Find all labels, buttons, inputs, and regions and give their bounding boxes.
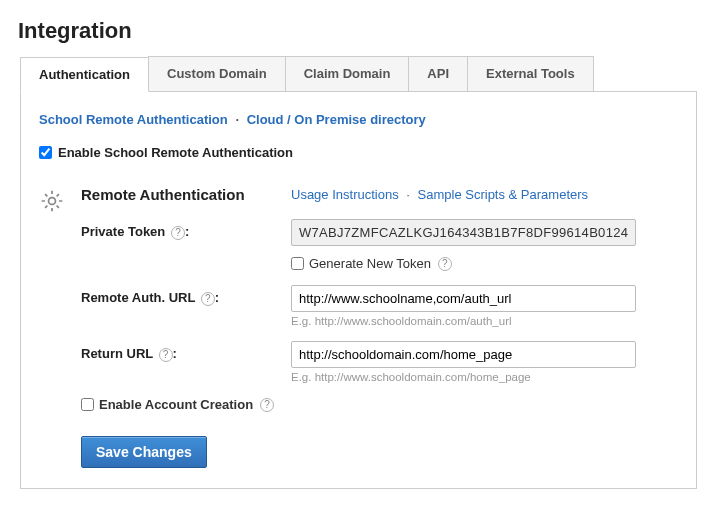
private-token-label: Private Token [81,224,165,239]
breadcrumb: School Remote Authentication · Cloud / O… [39,112,678,127]
help-icon[interactable]: ? [159,348,173,362]
enable-remote-auth-row: Enable School Remote Authentication [39,145,678,160]
enable-remote-auth-checkbox[interactable] [39,146,52,159]
help-icon[interactable]: ? [260,398,274,412]
remote-auth-url-hint: E.g. http://www.schooldomain.com/auth_ur… [291,315,678,327]
field-remote-auth-url: Remote Auth. URL ?: E.g. http://www.scho… [81,285,678,327]
tab-claim-domain[interactable]: Claim Domain [285,56,410,91]
generate-new-token-label: Generate New Token [309,256,431,271]
help-icon[interactable]: ? [438,257,452,271]
enable-remote-auth-label: Enable School Remote Authentication [58,145,293,160]
tab-api[interactable]: API [408,56,468,91]
section-links: Usage Instructions · Sample Scripts & Pa… [291,187,588,202]
tab-container: Authentication Custom Domain Claim Domai… [18,56,697,489]
form-area: Remote Authentication Usage Instructions… [81,186,678,468]
remote-auth-section: Remote Authentication Usage Instructions… [39,186,678,468]
link-sample-scripts[interactable]: Sample Scripts & Parameters [418,187,589,202]
help-icon[interactable]: ? [171,226,185,240]
section-title: Remote Authentication [81,186,291,203]
field-enable-account-creation: Enable Account Creation ? [81,397,678,412]
links-sep: · [406,187,410,202]
tab-external-tools[interactable]: External Tools [467,56,594,91]
tab-custom-domain[interactable]: Custom Domain [148,56,286,91]
generate-new-token-checkbox[interactable] [291,257,304,270]
private-token-input[interactable] [291,219,636,246]
remote-auth-url-label: Remote Auth. URL [81,290,195,305]
enable-account-creation-checkbox[interactable] [81,398,94,411]
breadcrumb-cloud-directory[interactable]: Cloud / On Premise directory [247,112,426,127]
tab-panel: School Remote Authentication · Cloud / O… [20,92,697,489]
link-usage-instructions[interactable]: Usage Instructions [291,187,399,202]
return-url-input[interactable] [291,341,636,368]
tab-authentication[interactable]: Authentication [20,57,149,92]
return-url-label: Return URL [81,346,153,361]
page-title: Integration [18,18,697,44]
breadcrumb-school-remote-auth[interactable]: School Remote Authentication [39,112,228,127]
svg-point-0 [49,198,56,205]
enable-account-creation-label: Enable Account Creation [99,397,253,412]
help-icon[interactable]: ? [201,292,215,306]
breadcrumb-sep: · [235,112,239,127]
save-button[interactable]: Save Changes [81,436,207,468]
gear-icon [39,186,67,217]
field-return-url: Return URL ?: E.g. http://www.schooldoma… [81,341,678,383]
field-private-token: Private Token ?: Generate New Token ? [81,219,678,271]
remote-auth-url-input[interactable] [291,285,636,312]
return-url-hint: E.g. http://www.schooldomain.com/home_pa… [291,371,678,383]
tab-bar: Authentication Custom Domain Claim Domai… [20,56,697,92]
